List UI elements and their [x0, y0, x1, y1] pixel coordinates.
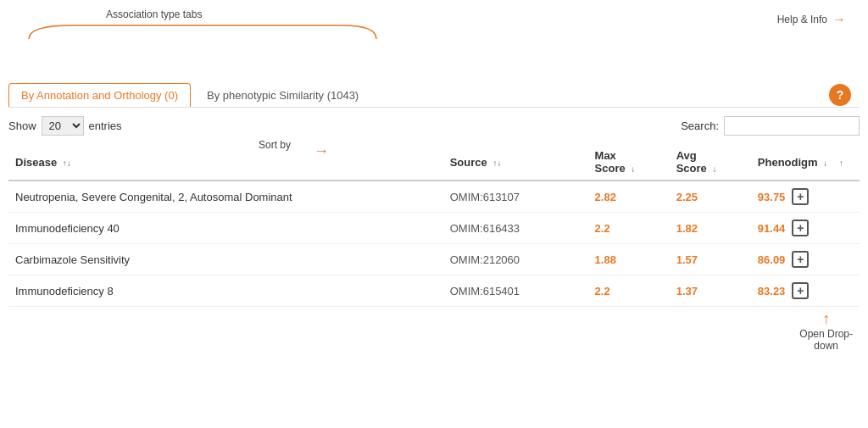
cell-max-score: 2.2: [588, 213, 670, 244]
tabs-row: By Annotation and Orthology (0) By pheno…: [8, 83, 860, 108]
cell-phenodigm: 83.23 +: [751, 275, 860, 306]
phenodigm-value: 83.23: [758, 285, 786, 297]
phenodigm-value: 91.44: [758, 222, 786, 235]
sort-arrows-phenodigm[interactable]: ↓: [823, 158, 827, 168]
sort-arrows-avg-score[interactable]: ↓: [712, 164, 716, 174]
entries-select[interactable]: 20 10 50 100: [42, 116, 84, 136]
expand-row-button[interactable]: +: [792, 188, 809, 205]
table-row: Neutropenia, Severe Congenital, 2, Autos…: [8, 181, 860, 213]
expand-row-button[interactable]: +: [792, 282, 809, 299]
brace-svg: [20, 22, 385, 42]
open-dropdown-arrow-icon: ↑: [822, 310, 830, 328]
table-row: Immunodeficiency 40OMIM:6164332.21.8291.…: [8, 213, 860, 244]
sort-arrows-source[interactable]: ↑↓: [492, 158, 501, 168]
tab-phenotypic-similarity[interactable]: By phenotypic Similarity (1043): [194, 83, 371, 107]
col-phenodigm[interactable]: Phenodigm ↓ ↑: [751, 144, 860, 181]
cell-avg-score: 2.25: [670, 181, 751, 213]
expand-row-button[interactable]: +: [792, 251, 809, 268]
expand-row-button[interactable]: +: [792, 220, 809, 236]
col-source[interactable]: Source ↑↓: [443, 144, 588, 181]
top-annotation-area: Association type tabs Help & Info →: [8, 8, 860, 53]
tab-annotation-orthology[interactable]: By Annotation and Orthology (0): [8, 83, 191, 107]
cell-phenodigm: 91.44 +: [751, 213, 860, 243]
cell-avg-score: 1.37: [670, 275, 751, 307]
cell-phenodigm: 86.09 +: [751, 244, 860, 275]
results-table: Disease ↑↓ Source ↑↓ Max Score ↓ Avg Sco…: [8, 144, 860, 307]
search-input[interactable]: [724, 116, 860, 136]
sort-arrows-phenodigm-2[interactable]: ↑: [839, 158, 843, 168]
show-entries-group: Show 20 10 50 100 entries: [8, 116, 122, 136]
cell-max-score: 2.82: [588, 181, 670, 213]
cell-source: OMIM:615401: [443, 275, 588, 307]
phenodigm-value: 93.75: [758, 191, 786, 203]
phenodigm-value: 86.09: [758, 253, 786, 266]
sort-by-label: Sort by: [259, 139, 291, 151]
search-label: Search:: [681, 120, 719, 132]
col-max-score[interactable]: Max Score ↓: [588, 144, 670, 181]
table-header-row: Disease ↑↓ Source ↑↓ Max Score ↓ Avg Sco…: [8, 144, 860, 181]
table-body: Neutropenia, Severe Congenital, 2, Autos…: [8, 181, 860, 307]
cell-disease: Immunodeficiency 40: [8, 213, 443, 244]
cell-source: OMIM:212060: [443, 244, 588, 275]
cell-avg-score: 1.82: [670, 213, 751, 244]
cell-source: OMIM:616433: [443, 213, 588, 244]
cell-max-score: 2.2: [588, 275, 670, 307]
cell-disease: Immunodeficiency 8: [8, 275, 443, 307]
help-arrow-icon: →: [832, 12, 846, 27]
col-disease[interactable]: Disease ↑↓: [8, 144, 443, 181]
help-icon-button[interactable]: ?: [829, 84, 851, 106]
cell-max-score: 1.88: [588, 244, 670, 275]
help-info-annotation: Help & Info →: [777, 12, 846, 27]
cell-disease: Neutropenia, Severe Congenital, 2, Autos…: [8, 181, 443, 213]
cell-disease: Carbimazole Sensitivity: [8, 244, 443, 275]
controls-row: Show 20 10 50 100 entries Search:: [8, 116, 860, 136]
show-label: Show: [8, 120, 36, 132]
entries-label: entries: [89, 120, 122, 132]
search-group: Search:: [681, 116, 860, 136]
association-type-annotation: Association type tabs: [106, 8, 202, 20]
cell-source: OMIM:613107: [443, 181, 588, 213]
sort-arrows-max-score[interactable]: ↓: [631, 164, 635, 174]
sort-arrows-disease[interactable]: ↑↓: [63, 158, 71, 168]
table-row: Immunodeficiency 8OMIM:6154012.21.3783.2…: [8, 275, 860, 307]
open-dropdown-annotation: ↑ Open Drop- down: [799, 310, 853, 352]
col-avg-score[interactable]: Avg Score ↓: [670, 144, 751, 181]
table-row: Carbimazole SensitivityOMIM:2120601.881.…: [8, 244, 860, 275]
page-wrapper: Association type tabs Help & Info → By A…: [8, 8, 860, 307]
cell-phenodigm: 93.75 +: [751, 181, 860, 212]
sort-by-arrow-icon: →: [314, 142, 329, 160]
cell-avg-score: 1.57: [670, 244, 751, 275]
